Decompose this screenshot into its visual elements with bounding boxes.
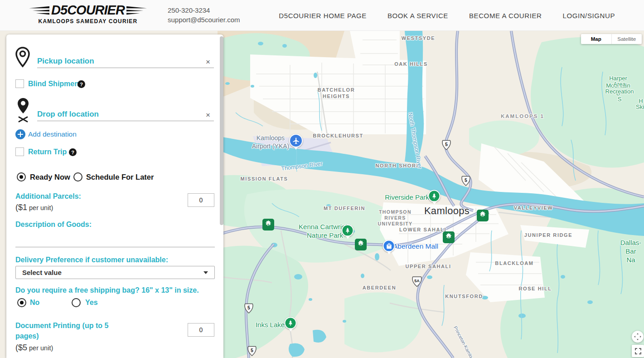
airplane-icon [289, 134, 303, 147]
nav-book-service-link[interactable]: BOOK A SERVICE [387, 12, 448, 20]
return-trip-help-icon[interactable]: ? [69, 148, 77, 156]
ready-now-radio[interactable] [17, 172, 26, 181]
delivery-preference-value: Select value [22, 269, 203, 276]
document-printing-label: Document Printing (up to 5 pages) [15, 320, 111, 341]
additional-parcels-note: ($1 per unit) [15, 203, 53, 212]
return-trip-checkbox[interactable] [15, 147, 24, 156]
map-view-button[interactable]: Map [581, 34, 612, 44]
logo-title: D5COURIER [51, 3, 125, 18]
bag-no-radio[interactable] [17, 298, 26, 307]
page: WESTSYDE OAK HILLS BATCHELOR HEIGHTS BRO… [0, 0, 644, 358]
kenna-cartwright-marker[interactable] [342, 225, 354, 237]
document-printing-unit: per unit) [27, 344, 53, 352]
delivery-preference-select[interactable]: Select value [15, 266, 215, 279]
support-email: support@d5courier.com [168, 15, 240, 25]
dropoff-pin-icon [16, 97, 30, 124]
document-printing-input[interactable] [188, 323, 214, 337]
pickup-clear-button[interactable]: × [206, 58, 210, 66]
description-of-goods-input[interactable] [15, 233, 215, 247]
delivery-preference-label: Delivery Preference if customer unavaila… [15, 255, 168, 265]
plus-icon [18, 132, 23, 137]
blind-shipment-label[interactable]: Blind Shipment [28, 80, 81, 88]
logo-wing-right-icon [126, 5, 147, 16]
logo-wing-left-icon [29, 5, 49, 16]
tree-icon [285, 317, 297, 329]
panel-scrollbar[interactable] [220, 36, 223, 225]
nav-become-courier-link[interactable]: BECOME A COURIER [469, 12, 542, 20]
chevron-down-icon [203, 271, 208, 274]
booking-form-panel: × Blind Shipment ? × Add destination Ret… [6, 34, 223, 358]
pan-arrows-icon [634, 333, 641, 340]
blind-shipment-help-icon[interactable]: ? [77, 80, 85, 88]
bag-no-label[interactable]: No [30, 299, 39, 307]
bag-yes-label[interactable]: Yes [85, 299, 98, 307]
schedule-later-radio[interactable] [73, 172, 82, 181]
pickup-pin-icon [15, 46, 31, 68]
contact-info: 250-320-3234 support@d5courier.com [168, 5, 240, 25]
additional-parcels-label: Additional Parcels: [15, 191, 81, 201]
airport-marker[interactable] [289, 134, 303, 147]
tree-icon [342, 225, 354, 237]
map-type-control: Map Satellite [581, 34, 642, 44]
inks-lake-marker[interactable] [285, 317, 297, 329]
dropoff-clear-button[interactable]: × [206, 111, 210, 119]
nav-login-signup-link[interactable]: LOGIN/SIGNUP [562, 12, 615, 20]
logo-subtitle: KAMLOOPS SAMEDAY COURIER [29, 18, 147, 25]
ready-now-label[interactable]: Ready Now [30, 173, 70, 181]
description-of-goods-label: Description of Goods: [15, 219, 92, 230]
aberdeen-mall-marker[interactable] [383, 240, 395, 252]
add-destination-label[interactable]: Add destination [28, 130, 77, 138]
additional-parcels-input[interactable] [188, 193, 214, 207]
satellite-view-button[interactable]: Satellite [612, 34, 642, 44]
fullscreen-button[interactable] [632, 345, 644, 357]
blind-shipment-checkbox[interactable] [15, 79, 24, 88]
return-trip-label[interactable]: Return Trip [28, 148, 67, 156]
add-destination-button[interactable] [15, 129, 25, 139]
fullscreen-icon [635, 348, 641, 354]
pan-control-button[interactable] [632, 331, 644, 343]
additional-parcels-unit: per unit) [27, 204, 53, 211]
logo[interactable]: D5COURIER KAMLOOPS SAMEDAY COURIER [29, 3, 147, 25]
header: D5COURIER KAMLOOPS SAMEDAY COURIER 250-3… [0, 0, 644, 31]
schedule-later-label[interactable]: Schedule For Later [86, 173, 154, 181]
document-printing-price: ($5 [15, 343, 27, 352]
tree-icon [428, 190, 441, 202]
dropoff-location-input[interactable] [37, 108, 214, 121]
pickup-location-input[interactable] [37, 54, 214, 68]
main-nav: D5COURIER HOME PAGE BOOK A SERVICE BECOM… [279, 0, 615, 31]
phone-number: 250-320-3234 [168, 5, 240, 15]
riverside-park-marker[interactable] [428, 190, 441, 202]
nav-home-link[interactable]: D5COURIER HOME PAGE [279, 12, 367, 20]
document-printing-note: ($5 per unit) [15, 343, 53, 353]
shopping-bag-icon [383, 240, 395, 252]
shipping-bag-question-label: Do you require a free shipping bag? 16" … [15, 285, 215, 295]
bag-yes-radio[interactable] [72, 298, 81, 307]
additional-parcels-price: ($1 [15, 203, 27, 212]
